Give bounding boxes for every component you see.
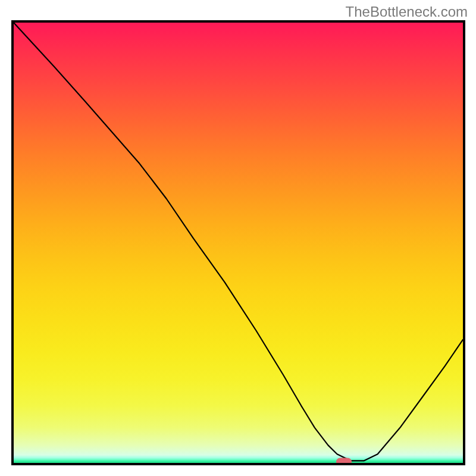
optimum-marker: [336, 458, 352, 465]
plot-area: [11, 20, 465, 465]
chart-container: TheBottleneck.com: [0, 0, 476, 476]
bottleneck-curve-path: [14, 23, 463, 461]
curve-svg: [14, 23, 463, 463]
watermark-text: TheBottleneck.com: [346, 4, 468, 20]
